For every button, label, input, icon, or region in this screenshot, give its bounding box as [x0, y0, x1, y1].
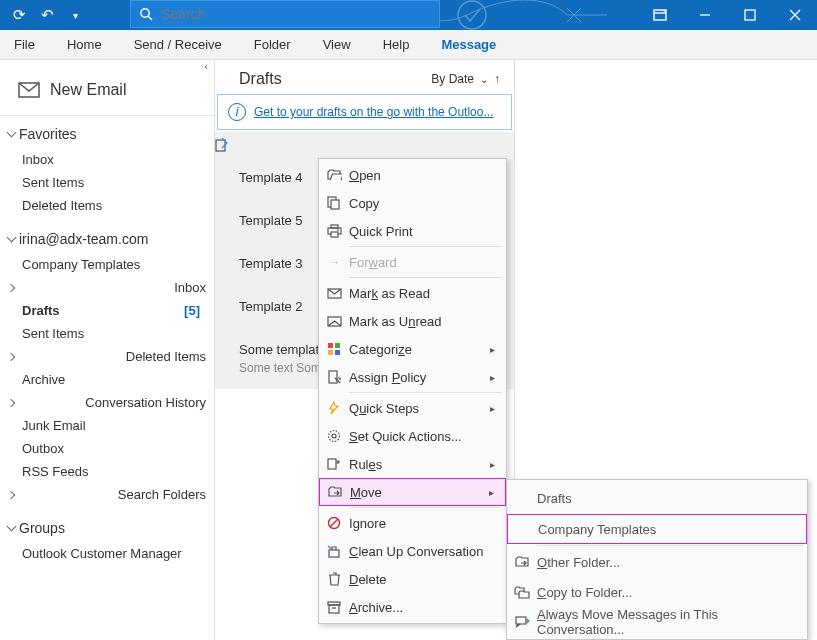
svg-rect-10 [216, 140, 225, 151]
move-company-templates[interactable]: Company Templates [507, 514, 807, 544]
ribbon-view[interactable]: View [319, 37, 355, 52]
favorites-header[interactable]: Favorites [0, 120, 214, 148]
chevron-right-icon: ▸ [484, 372, 500, 383]
envelope-icon [18, 82, 40, 98]
close-button[interactable] [772, 0, 817, 30]
ribbon-home[interactable]: Home [63, 37, 106, 52]
folder-junk-email[interactable]: Junk Email [0, 414, 214, 437]
ctx-mark-read[interactable]: Mark as Read [319, 279, 506, 307]
chevron-right-icon [7, 490, 15, 498]
chevron-down-icon [7, 232, 17, 242]
move-icon [320, 486, 350, 498]
svg-point-16 [337, 229, 339, 231]
svg-rect-12 [331, 200, 339, 209]
folder-inbox[interactable]: Inbox [0, 148, 214, 171]
search-box[interactable] [130, 0, 440, 28]
chevron-right-icon [7, 398, 15, 406]
chevron-down-icon [7, 127, 17, 137]
ctx-move[interactable]: Move ▸ [319, 478, 506, 506]
ribbon-message[interactable]: Message [437, 37, 500, 52]
search-input[interactable] [161, 6, 439, 22]
group-outlook-customer-manager[interactable]: Outlook Customer Manager [0, 542, 214, 565]
categorize-icon [319, 342, 349, 356]
rules-icon [319, 457, 349, 471]
qat-dropdown[interactable]: ▾ [64, 4, 86, 26]
ctx-rules[interactable]: Rules ▸ [319, 450, 506, 478]
ribbon-display-options[interactable] [637, 0, 682, 30]
folder-deleted-items-account[interactable]: Deleted Items [0, 345, 214, 368]
folder-drafts[interactable]: Drafts[5] [0, 299, 214, 322]
svg-rect-31 [329, 605, 339, 613]
ctx-ignore[interactable]: Ignore [319, 509, 506, 537]
svg-line-2 [148, 16, 152, 20]
ribbon-menu: File Home Send / Receive Folder View Hel… [0, 30, 817, 60]
print-icon [319, 224, 349, 238]
folder-pane: ‹ New Email Favorites Inbox Sent Items D… [0, 60, 215, 640]
move-always-move[interactable]: Always Move Messages in This Conversatio… [507, 607, 807, 637]
account-header[interactable]: irina@adx-team.com [0, 225, 214, 253]
minimize-button[interactable] [682, 0, 727, 30]
info-icon: i [228, 103, 246, 121]
chevron-right-icon [7, 283, 15, 291]
ctx-archive[interactable]: Archive... [319, 593, 506, 621]
folder-deleted-items[interactable]: Deleted Items [0, 194, 214, 217]
ctx-copy[interactable]: Copy [319, 189, 506, 217]
folder-sent-items[interactable]: Sent Items [0, 171, 214, 194]
ctx-set-quick-actions[interactable]: Set Quick Actions... [319, 422, 506, 450]
context-menu: Open Copy Quick Print → Forward Mark as … [318, 158, 507, 624]
ctx-quick-print[interactable]: Quick Print [319, 217, 506, 245]
svg-rect-33 [516, 617, 526, 624]
cleanup-icon [319, 544, 349, 558]
chevron-down-icon [7, 521, 17, 531]
undo-icon[interactable]: ↶ [36, 4, 58, 26]
folder-outbox[interactable]: Outbox [0, 437, 214, 460]
folder-search-folders[interactable]: Search Folders [0, 483, 214, 506]
ctx-mark-unread[interactable]: Mark as Unread [319, 307, 506, 335]
folder-inbox-account[interactable]: Inbox [0, 276, 214, 299]
ribbon-sendreceive[interactable]: Send / Receive [130, 37, 226, 52]
folder-sent-items-account[interactable]: Sent Items [0, 322, 214, 345]
info-banner[interactable]: i Get to your drafts on the go with the … [217, 94, 512, 130]
titlebar: ⟳ ↶ ▾ [0, 0, 817, 30]
forward-icon: → [319, 254, 349, 270]
ctx-assign-policy[interactable]: Assign Policy ▸ [319, 363, 506, 391]
refresh-icon[interactable]: ⟳ [8, 4, 30, 26]
folder-conversation-history[interactable]: Conversation History [0, 391, 214, 414]
chevron-right-icon: ▸ [484, 459, 500, 470]
svg-rect-20 [335, 343, 340, 348]
ctx-categorize[interactable]: Categorize ▸ [319, 335, 506, 363]
ignore-icon [319, 516, 349, 530]
ctx-delete[interactable]: Delete [319, 565, 506, 593]
ctx-open[interactable]: Open [319, 161, 506, 189]
folder-company-templates[interactable]: Company Templates [0, 253, 214, 276]
move-drafts[interactable]: Drafts [507, 482, 807, 514]
groups-header[interactable]: Groups [0, 514, 214, 542]
sort-control[interactable]: By Date ⌄ ↑ [431, 72, 500, 86]
ctx-cleanup[interactable]: Clean Up Conversation [319, 537, 506, 565]
svg-rect-15 [331, 232, 338, 237]
svg-point-0 [458, 1, 486, 29]
chevron-right-icon: ▸ [483, 487, 499, 498]
new-email-button[interactable]: New Email [0, 76, 214, 116]
policy-icon [319, 370, 349, 384]
quicksteps-icon [319, 401, 349, 415]
collapse-pane-icon[interactable]: ‹ [0, 60, 214, 76]
move-copy-to-folder[interactable]: Copy to Folder... [507, 577, 807, 607]
ctx-quick-steps[interactable]: Quick Steps ▸ [319, 394, 506, 422]
move-other-folder[interactable]: Other Folder... [507, 547, 807, 577]
sort-ascending-icon[interactable]: ↑ [494, 72, 500, 86]
copy-folder-icon [507, 586, 537, 599]
folder-archive[interactable]: Archive [0, 368, 214, 391]
maximize-button[interactable] [727, 0, 772, 30]
mark-unread-icon [319, 316, 349, 327]
chevron-right-icon: ▸ [484, 403, 500, 414]
svg-rect-3 [654, 10, 666, 20]
ribbon-folder[interactable]: Folder [250, 37, 295, 52]
ribbon-file[interactable]: File [10, 37, 39, 52]
chevron-right-icon: ▸ [484, 344, 500, 355]
mark-read-icon [319, 288, 349, 299]
folder-title: Drafts [239, 70, 282, 88]
folder-rss-feeds[interactable]: RSS Feeds [0, 460, 214, 483]
info-banner-link[interactable]: Get to your drafts on the go with the Ou… [254, 105, 493, 119]
ribbon-help[interactable]: Help [379, 37, 414, 52]
